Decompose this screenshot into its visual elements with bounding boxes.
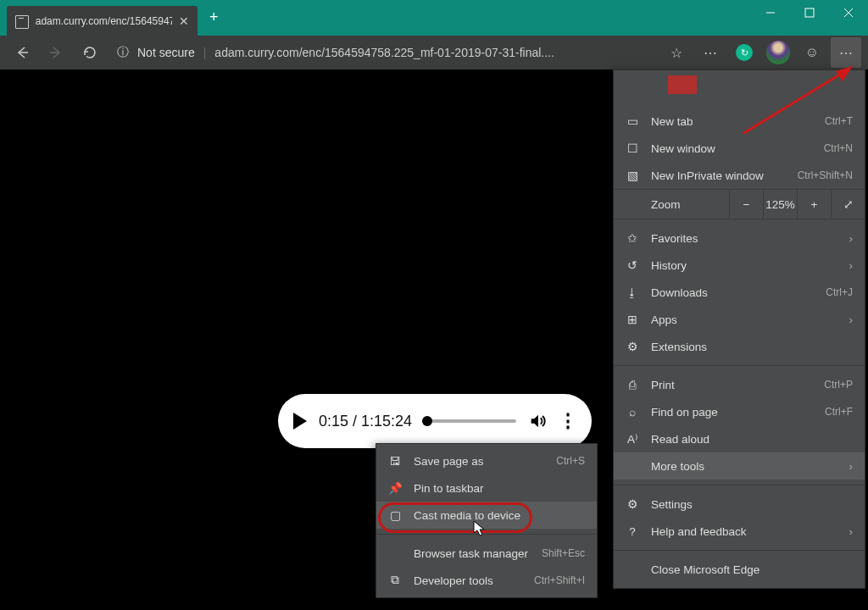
menu-close-edge[interactable]: Close Microsoft Edge <box>614 556 865 583</box>
new-tab-button[interactable]: + <box>198 0 231 35</box>
submenu-cast[interactable]: ▢Cast media to device <box>376 502 597 529</box>
not-secure-label: Not secure <box>137 46 195 59</box>
menu-extensions[interactable]: ⚙Extensions <box>614 333 865 360</box>
submenu-dev-tools[interactable]: ⧉Developer toolsCtrl+Shift+I <box>376 567 597 594</box>
media-player: 0:15 / 1:15:24 ⋮ <box>278 394 592 448</box>
svg-rect-1 <box>805 8 814 17</box>
more-tools-submenu: 🖫Save page asCtrl+S 📌Pin to taskbar ▢Cas… <box>376 443 598 598</box>
page-icon <box>15 15 29 29</box>
menu-zoom: Zoom − 125% + ⤢ <box>614 189 865 219</box>
download-icon: ⭳ <box>626 286 639 299</box>
close-tab-icon[interactable]: ✕ <box>179 14 189 28</box>
menu-history[interactable]: ↺History› <box>614 252 865 279</box>
pin-icon: 📌 <box>388 481 402 495</box>
read-aloud-icon: A⁾ <box>626 432 639 446</box>
zoom-label: Zoom <box>614 198 729 211</box>
emoji-icon[interactable]: ☺ <box>797 37 827 68</box>
window-minimize-button[interactable] <box>751 0 790 25</box>
zoom-value: 125% <box>763 190 797 219</box>
menu-favorites[interactable]: ✩Favorites› <box>614 225 865 252</box>
menu-help[interactable]: ?Help and feedback› <box>614 518 865 545</box>
extensions-icon: ⚙ <box>626 340 639 353</box>
url-bar: ⓘ Not secure | adam.curry.com/enc/156459… <box>0 36 868 69</box>
save-icon: 🖫 <box>388 455 402 468</box>
profile-avatar[interactable] <box>763 37 793 68</box>
browser-tab[interactable]: adam.curry.com/enc/15645947 ✕ <box>7 6 198 36</box>
extension-icon[interactable]: ↻ <box>729 37 760 68</box>
window-maximize-button[interactable] <box>790 0 829 25</box>
reading-list-icon[interactable]: ⋯ <box>695 37 726 68</box>
fullscreen-button[interactable]: ⤢ <box>831 190 865 219</box>
media-more-icon[interactable]: ⋮ <box>559 410 576 432</box>
submenu-save-as[interactable]: 🖫Save page asCtrl+S <box>376 447 597 474</box>
gear-icon: ⚙ <box>626 497 639 511</box>
zoom-in-button[interactable]: + <box>797 190 831 219</box>
menu-more-tools[interactable]: More tools› <box>614 452 865 480</box>
menu-find[interactable]: ⌕Find on pageCtrl+F <box>614 398 865 425</box>
window-close-button[interactable] <box>829 0 868 25</box>
title-bar: adam.curry.com/enc/15645947 ✕ + <box>0 0 868 36</box>
zoom-out-button[interactable]: − <box>729 190 763 219</box>
new-tab-icon: ▭ <box>626 114 639 128</box>
print-icon: ⎙ <box>626 379 639 391</box>
submenu-pin-taskbar[interactable]: 📌Pin to taskbar <box>376 474 597 502</box>
history-icon: ↺ <box>626 258 639 272</box>
favorite-star-icon[interactable]: ☆ <box>661 37 692 68</box>
devtools-icon: ⧉ <box>388 574 402 587</box>
window-icon: ☐ <box>626 141 639 155</box>
volume-icon[interactable] <box>528 412 547 430</box>
back-button[interactable] <box>7 37 37 68</box>
tab-title: adam.curry.com/enc/15645947 <box>36 15 172 27</box>
refresh-button[interactable] <box>75 37 105 68</box>
menu-downloads[interactable]: ⭳DownloadsCtrl+J <box>614 279 865 306</box>
forward-button[interactable] <box>41 37 71 68</box>
media-progress[interactable] <box>424 419 516 423</box>
menu-new-window[interactable]: ☐New windowCtrl+N <box>614 135 865 162</box>
play-button[interactable] <box>293 413 307 430</box>
submenu-task-manager[interactable]: Browser task managerShift+Esc <box>376 540 597 567</box>
main-menu: ▭New tabCtrl+T ☐New windowCtrl+N ▧New In… <box>613 69 865 589</box>
cast-icon: ▢ <box>388 508 402 522</box>
info-icon: ⓘ <box>117 45 129 60</box>
apps-icon: ⊞ <box>626 313 639 326</box>
menu-apps[interactable]: ⊞Apps› <box>614 306 865 333</box>
star-icon: ✩ <box>626 231 639 245</box>
menu-new-tab[interactable]: ▭New tabCtrl+T <box>614 108 865 135</box>
menu-read-aloud[interactable]: A⁾Read aloud <box>614 425 865 452</box>
menu-settings[interactable]: ⚙Settings <box>614 491 865 518</box>
media-time: 0:15 / 1:15:24 <box>319 413 412 430</box>
menu-print[interactable]: ⎙PrintCtrl+P <box>614 371 865 398</box>
inprivate-icon: ▧ <box>626 169 639 182</box>
help-icon: ? <box>626 525 639 538</box>
url-text: adam.curry.com/enc/1564594758.225_mf-01-… <box>214 46 554 59</box>
menu-inprivate[interactable]: ▧New InPrivate windowCtrl+Shift+N <box>614 162 865 189</box>
menu-decoration <box>668 75 697 94</box>
find-icon: ⌕ <box>626 406 639 419</box>
more-menu-button[interactable]: ⋯ <box>831 37 861 68</box>
address-bar[interactable]: ⓘ Not secure | adam.curry.com/enc/156459… <box>108 40 658 65</box>
